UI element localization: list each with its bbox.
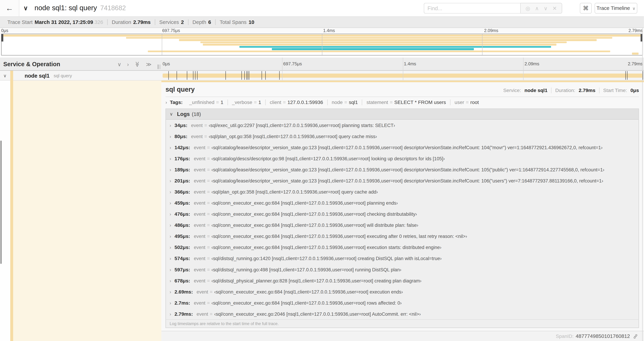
chevron-right-icon[interactable]: ›	[170, 200, 174, 205]
view-selector-button[interactable]: Trace Timeline ∨	[595, 3, 638, 14]
log-entry-row[interactable]: ›366μs:event=‹sql/plan_opt.go:358 [nsql1…	[166, 186, 638, 197]
log-message: ‹sql/distsql_physical_planner.go:828 [ns…	[212, 278, 421, 283]
log-timestamp: 459μs:	[174, 200, 190, 206]
locate-icon[interactable]: ◎	[526, 5, 530, 12]
log-equals: =	[207, 267, 210, 272]
log-timestamp: 142μs:	[174, 145, 190, 150]
log-entry-row[interactable]: ›502μs:event=‹sql/conn_executor_exec.go:…	[166, 242, 638, 253]
back-arrow-icon: ←	[6, 4, 13, 13]
collapse-one-icon[interactable]: ∨	[117, 61, 121, 67]
tags-label[interactable]: Tags:	[170, 100, 183, 105]
keyboard-shortcuts-button[interactable]: ⌘	[580, 3, 592, 14]
span-row-name-column[interactable]: ∨ node sql1 sql query	[0, 71, 161, 81]
chevron-right-icon[interactable]: ›	[170, 289, 174, 294]
trace-summary-suffix: .326	[93, 19, 103, 25]
chevron-right-icon[interactable]: ›	[170, 123, 174, 128]
back-button[interactable]: ←	[0, 0, 19, 17]
log-equals: =	[210, 289, 212, 294]
log-tick-mark	[226, 71, 226, 80]
log-field-name: event	[194, 300, 206, 305]
log-equals: =	[207, 222, 210, 227]
trace-collapse-toggle[interactable]: ∨	[23, 0, 28, 17]
chevron-right-icon[interactable]: ›	[170, 278, 174, 283]
column-resizer[interactable]	[158, 65, 160, 69]
log-entry-row[interactable]: ›2.69ms:event=‹sql/conn_executor_exec.go…	[166, 286, 638, 297]
log-message: ‹sql/catalog/lease/descriptor_version_st…	[212, 167, 604, 172]
chevron-right-icon[interactable]: ›	[170, 167, 174, 172]
find-input[interactable]	[424, 3, 520, 14]
chevron-right-icon[interactable]: ›	[170, 311, 174, 316]
log-timestamp: 502μs:	[174, 244, 190, 250]
log-entry-row[interactable]: ›176μs:event=‹sql/catalog/descs/descript…	[166, 153, 638, 164]
chevron-right-icon[interactable]: ›	[170, 234, 174, 238]
tag-key: statement	[366, 100, 388, 105]
ruler-tick-label: 1.4ms	[403, 61, 416, 66]
collapse-all-icon[interactable]: ≫	[134, 61, 140, 67]
tag-key: _unfinished	[189, 100, 214, 105]
left-scrollbar-thumb[interactable]	[0, 141, 2, 264]
log-entry-row[interactable]: ›486μs:event=‹sql/conn_executor_exec.go:…	[166, 220, 638, 231]
right-scrollbar-track[interactable]	[642, 28, 642, 341]
minimap-gridline	[162, 34, 162, 55]
chevron-right-icon[interactable]: ›	[170, 267, 174, 272]
chevron-right-icon[interactable]: ›	[170, 156, 174, 161]
log-entry-row[interactable]: ›678μs:event=‹sql/distsql_physical_plann…	[166, 275, 638, 286]
clear-search-icon[interactable]: ✕	[552, 5, 557, 12]
service-operation-header: Service & Operation ∨ › ≫ ≫	[0, 58, 161, 71]
log-entry-row[interactable]: ›459μs:event=‹sql/conn_executor_exec.go:…	[166, 197, 638, 208]
tag-equals: =	[254, 100, 257, 105]
chevron-right-icon[interactable]: ›	[170, 178, 174, 183]
ruler-tick-label: 0μs	[0, 28, 8, 33]
chevron-right-icon[interactable]: ›	[170, 211, 174, 216]
log-timestamp: 678μs:	[174, 278, 190, 283]
logs-header[interactable]: ∨ Logs (18)	[166, 109, 638, 120]
trace-summary-value: 2.79ms	[133, 19, 151, 25]
page-title: node sql1: sql query 7418682	[34, 0, 126, 17]
log-entry-row[interactable]: ›2.7ms:event=‹sql/conn_executor_exec.go:…	[166, 297, 638, 308]
tag-item: client=127.0.0.1:59936	[265, 100, 327, 105]
chevron-right-icon[interactable]: ›	[170, 134, 174, 139]
timeline-gridline	[403, 71, 403, 80]
chevron-right-icon[interactable]: ›	[170, 256, 174, 261]
span-detail-header: sql query Service: node sql1Duration: 2.…	[161, 82, 644, 93]
minimap-left-handle[interactable]	[1, 34, 3, 42]
ruler-tick-label: 1.4ms	[322, 28, 335, 33]
tags-row[interactable]: › Tags: _unfinished=1_verbose=1client=12…	[161, 97, 644, 107]
span-collapse-icon[interactable]: ∨	[3, 73, 9, 78]
log-message: ‹sql/conn_executor_exec.go:684 [nsql1,cl…	[212, 245, 441, 250]
chevron-right-icon[interactable]: ›	[166, 100, 167, 105]
tag-item: _verbose=1	[228, 100, 265, 105]
span-detail-title: sql query	[166, 86, 195, 93]
log-entry-row[interactable]: ›597μs:event=‹sql/distsql_running.go:498…	[166, 264, 638, 275]
log-entry-row[interactable]: ›495μs:event=‹sql/conn_executor_exec.go:…	[166, 231, 638, 242]
chevron-right-icon[interactable]: ›	[170, 145, 174, 150]
log-entry-row[interactable]: ›201μs:event=‹sql/catalog/lease/descript…	[166, 175, 638, 186]
log-entry-row[interactable]: ›189μs:event=‹sql/catalog/lease/descript…	[166, 164, 638, 175]
log-entry-row[interactable]: ›142μs:event=‹sql/catalog/lease/descript…	[166, 142, 638, 153]
prev-result-icon[interactable]: ∧	[535, 5, 539, 12]
chevron-right-icon[interactable]: ›	[170, 222, 174, 227]
next-result-icon[interactable]: ∨	[544, 5, 548, 12]
log-message: ‹sql/conn_executor_exec.go:684 [nsql1,cl…	[212, 222, 418, 227]
expand-all-icon[interactable]: ≫	[146, 61, 152, 67]
log-equals: =	[207, 167, 210, 172]
log-entry-row[interactable]: ›476μs:event=‹sql/conn_executor_exec.go:…	[166, 208, 638, 220]
chevron-right-icon[interactable]: ›	[170, 300, 174, 305]
log-tick-mark	[262, 71, 262, 80]
log-tick-mark	[627, 71, 628, 80]
tag-key: client	[270, 100, 281, 105]
expand-one-icon[interactable]: ›	[127, 61, 129, 67]
span-id-bar: SpanID: 4877749850101760812	[161, 331, 644, 341]
deep-link-icon[interactable]	[633, 333, 638, 339]
log-message: ‹sql/distsql_running.go:1420 [nsql1,clie…	[212, 256, 442, 261]
log-message: ‹sql/exec_util.go:2297 [nsql1,client=127…	[208, 123, 395, 128]
span-meta-value: node sql1	[524, 88, 548, 93]
minimap-canvas[interactable]	[1, 34, 642, 56]
timeline-body: sql query Service: node sql1Duration: 2.…	[0, 81, 644, 341]
log-entry-row[interactable]: ›34μs:event=‹sql/exec_util.go:2297 [nsql…	[166, 120, 638, 131]
log-entry-row[interactable]: ›2.79ms:event=‹sql/conn_executor_exec.go…	[166, 308, 638, 319]
chevron-right-icon[interactable]: ›	[170, 189, 174, 194]
chevron-right-icon[interactable]: ›	[170, 245, 174, 250]
log-entry-row[interactable]: ›80μs:event=‹sql/plan_opt.go:358 [nsql1,…	[166, 131, 638, 142]
log-entry-row[interactable]: ›574μs:event=‹sql/distsql_running.go:142…	[166, 253, 638, 264]
